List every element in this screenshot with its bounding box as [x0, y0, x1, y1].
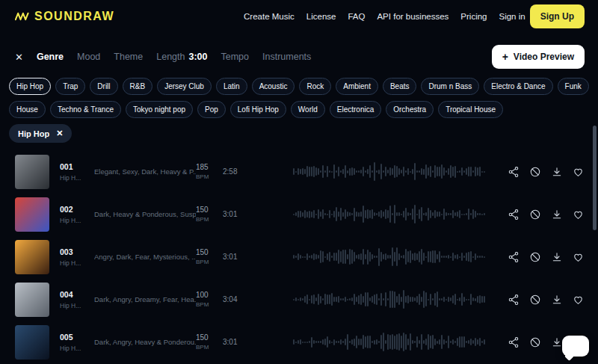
- nav-link-3[interactable]: API for businesses: [377, 12, 449, 21]
- genre-chip-11[interactable]: Electro & Dance: [484, 78, 552, 95]
- track-duration: 3:01: [223, 210, 254, 218]
- download-icon[interactable]: [550, 208, 563, 220]
- track-genre: Hip H...: [60, 302, 94, 309]
- filter-tab-1[interactable]: Mood: [77, 52, 100, 62]
- like-heart-icon[interactable]: [572, 250, 585, 263]
- sign-up-button[interactable]: Sign Up: [530, 4, 585, 28]
- genre-chip-6[interactable]: Acoustic: [252, 78, 295, 95]
- soundraw-waveform-icon: [15, 10, 30, 22]
- track-description: Dark, Angry, Heavy & Ponderou...: [94, 338, 196, 346]
- nav-link-2[interactable]: FAQ: [348, 12, 365, 21]
- close-filters-icon[interactable]: ✕: [15, 52, 23, 63]
- genre-chip-b1[interactable]: Techno & Trance: [50, 101, 121, 118]
- filter-tab-0[interactable]: Genre: [37, 52, 64, 62]
- logo[interactable]: SOUNDRAW: [15, 10, 114, 23]
- filter-tab-3[interactable]: Length3:00: [156, 52, 207, 62]
- genre-chip-0[interactable]: Hip Hop: [9, 78, 51, 95]
- track-id-block: 004 Hip H...: [60, 290, 94, 309]
- download-icon[interactable]: [550, 165, 563, 178]
- genre-chip-b3[interactable]: Pop: [197, 101, 226, 118]
- filter-tab-5[interactable]: Instruments: [262, 52, 311, 62]
- track-bpm-value: 150: [196, 333, 223, 342]
- genre-chip-12[interactable]: Funk: [558, 78, 589, 95]
- genre-chip-2[interactable]: Drill: [90, 78, 117, 95]
- waveform[interactable]: [293, 289, 489, 311]
- genre-chip-3[interactable]: R&B: [123, 78, 153, 95]
- tag-label: Hip Hop: [18, 129, 49, 138]
- genre-chip-b4[interactable]: Lofi Hip Hop: [230, 101, 286, 118]
- dislike-icon[interactable]: [528, 250, 541, 263]
- track-row-0[interactable]: 001 Hip H... Elegant, Sexy, Dark, Heavy …: [0, 150, 598, 193]
- genre-chip-4[interactable]: Jersey Club: [157, 78, 212, 95]
- track-id-block: 002 Hip H...: [60, 205, 94, 224]
- track-genre: Hip H...: [60, 217, 94, 224]
- download-icon[interactable]: [550, 293, 563, 306]
- track-bpm-label: BPM: [196, 259, 223, 265]
- share-icon[interactable]: [507, 336, 520, 348]
- filter-tab-4[interactable]: Tempo: [221, 52, 250, 62]
- main-nav: Create Music License FAQ API for busines…: [244, 12, 525, 21]
- dislike-icon[interactable]: [528, 165, 541, 178]
- track-genre: Hip H...: [60, 259, 94, 267]
- track-id-block: 003 Hip H...: [60, 247, 94, 267]
- share-icon[interactable]: [507, 250, 520, 263]
- share-icon[interactable]: [507, 165, 520, 178]
- plus-icon: +: [502, 52, 508, 62]
- nav-link-0[interactable]: Create Music: [244, 12, 295, 21]
- track-list: 001 Hip H... Elegant, Sexy, Dark, Heavy …: [0, 150, 598, 364]
- waveform[interactable]: [293, 203, 489, 226]
- track-row-2[interactable]: 003 Hip H... Angry, Dark, Fear, Mysterio…: [0, 235, 598, 278]
- track-row-4[interactable]: 005 Hip H... Dark, Angry, Heavy & Ponder…: [0, 321, 598, 363]
- genre-chip-7[interactable]: Rock: [299, 78, 331, 95]
- track-row-3[interactable]: 004 Hip H... Dark, Angry, Dreamy, Fear, …: [0, 278, 598, 321]
- genre-chip-b5[interactable]: World: [291, 101, 325, 118]
- video-preview-button[interactable]: + Video Preview: [492, 45, 585, 69]
- nav-link-1[interactable]: License: [306, 12, 336, 21]
- track-id-block: 005 Hip H...: [60, 333, 94, 352]
- track-genre: Hip H...: [60, 345, 94, 352]
- download-icon[interactable]: [550, 336, 563, 348]
- genre-chip-b2[interactable]: Tokyo night pop: [126, 101, 193, 118]
- waveform[interactable]: [293, 246, 489, 268]
- dislike-icon[interactable]: [528, 336, 541, 348]
- dislike-icon[interactable]: [528, 208, 541, 220]
- genre-chip-1[interactable]: Trap: [55, 78, 85, 95]
- nav-link-5[interactable]: Sign in: [499, 12, 525, 21]
- scrollbar[interactable]: [593, 126, 597, 230]
- genre-chip-b6[interactable]: Electronica: [330, 101, 381, 118]
- genre-chip-9[interactable]: Beats: [383, 78, 417, 95]
- filter-tabs: Genre Mood Theme Length3:00 Tempo Instru…: [37, 52, 311, 62]
- genre-chip-10[interactable]: Drum n Bass: [421, 78, 479, 95]
- genre-chip-8[interactable]: Ambient: [336, 78, 378, 95]
- genre-chip-b8[interactable]: Tropical House: [438, 101, 503, 118]
- waveform[interactable]: [293, 331, 489, 354]
- track-artwork[interactable]: [15, 325, 49, 360]
- track-artwork[interactable]: [15, 283, 49, 317]
- active-filter-tags: Hip Hop ✕: [0, 124, 598, 143]
- track-bpm-value: 185: [196, 163, 223, 171]
- track-actions: [507, 165, 585, 178]
- track-actions: [507, 293, 585, 306]
- track-artwork[interactable]: [15, 155, 49, 189]
- like-heart-icon[interactable]: [572, 293, 585, 306]
- brand-name: SOUNDRAW: [34, 10, 114, 23]
- share-icon[interactable]: [507, 208, 520, 220]
- active-filter-tag[interactable]: Hip Hop ✕: [9, 124, 72, 143]
- nav-link-4[interactable]: Pricing: [460, 12, 487, 21]
- track-artwork[interactable]: [15, 197, 49, 232]
- download-icon[interactable]: [550, 250, 563, 263]
- share-icon[interactable]: [507, 293, 520, 306]
- genre-chip-5[interactable]: Latin: [216, 78, 247, 95]
- track-row-1[interactable]: 002 Hip H... Dark, Heavy & Ponderous, Su…: [0, 193, 598, 235]
- like-heart-icon[interactable]: [572, 165, 585, 178]
- like-heart-icon[interactable]: [572, 208, 585, 220]
- chat-widget-button[interactable]: [562, 336, 589, 357]
- track-description: Angry, Dark, Fear, Mysterious, ...: [94, 253, 196, 261]
- genre-chip-b7[interactable]: Orchestra: [386, 101, 434, 118]
- waveform[interactable]: [293, 161, 489, 183]
- filter-tab-2[interactable]: Theme: [114, 52, 143, 62]
- dislike-icon[interactable]: [528, 293, 541, 306]
- genre-chip-b0[interactable]: House: [9, 101, 46, 118]
- remove-tag-icon[interactable]: ✕: [56, 129, 63, 138]
- track-artwork[interactable]: [15, 240, 49, 274]
